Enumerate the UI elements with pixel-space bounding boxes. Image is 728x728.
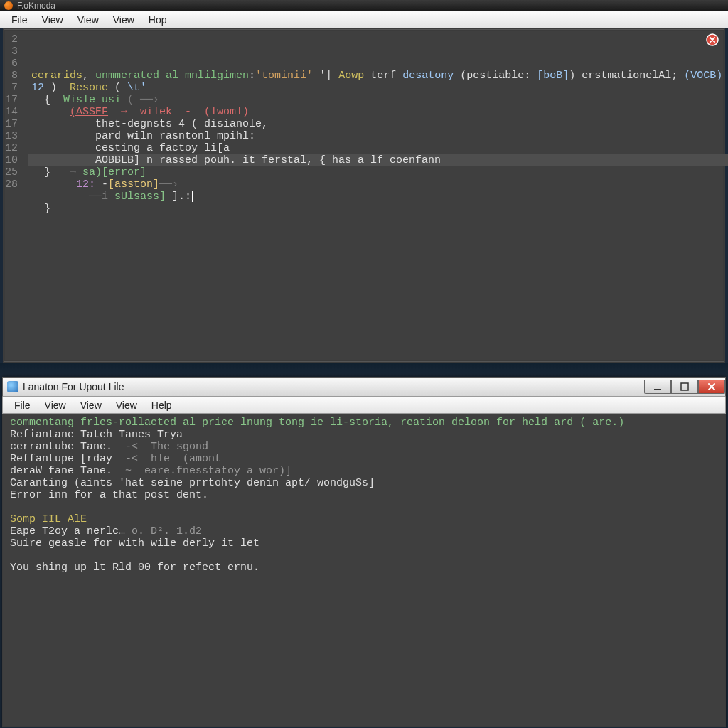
line-number: 2	[5, 33, 18, 46]
console-menubar: File View View View Help	[2, 397, 726, 414]
code-line: } → sa)[error]	[31, 166, 722, 178]
line-number: 17	[5, 94, 18, 106]
code-area[interactable]: 236871714171312102528 cerarids, unmmerat…	[5, 31, 723, 360]
maximize-icon	[680, 382, 689, 391]
menu-view1[interactable]: View	[35, 13, 70, 27]
console-menu-view1[interactable]: View	[38, 398, 73, 412]
line-number: 10	[5, 154, 18, 166]
code-line: { Wisle usi ( ──›	[31, 94, 722, 106]
window-gap	[0, 363, 728, 377]
console-line	[10, 550, 718, 562]
code-line: 12 ) Resone ( \t'	[31, 82, 722, 94]
console-menu-view2[interactable]: View	[73, 398, 109, 412]
code-content[interactable]: cerarids, unmmerated al mnlilgimen:'tomi…	[28, 31, 728, 360]
console-menu-file[interactable]: File	[7, 398, 38, 412]
line-number: 6	[5, 58, 18, 70]
console-app-icon	[7, 381, 18, 392]
code-line: cerarids, unmmerated al mnlilgimen:'tomi…	[31, 70, 722, 82]
line-number: 13	[5, 130, 18, 142]
console-line: Suire geasle for with wile derly it let	[10, 537, 718, 550]
console-line: Caranting (aints 'hat seine prrtohty den…	[10, 477, 718, 489]
console-title: Lanaton For Upout Lile	[23, 381, 124, 392]
console-line: Eape T2oy a nerlc… o. D². 1.d2	[10, 525, 718, 537]
editor-window: 236871714171312102528 cerarids, unmmerat…	[3, 28, 725, 363]
console-line: deraW fane Tane. ~ eare.fnesstatoy a wor…	[10, 465, 718, 477]
minimize-icon	[653, 382, 662, 391]
line-number: 17	[5, 118, 18, 130]
line-number: 28	[5, 178, 18, 191]
svg-rect-2	[681, 383, 688, 390]
line-number-gutter: 236871714171312102528	[5, 31, 28, 360]
code-line: thet-degnsts 4 ( disianole,	[31, 118, 722, 130]
console-line: cerrantube Tane. -< The sgond	[10, 441, 718, 453]
code-line: 12: -[asston]──›	[31, 178, 722, 191]
code-line: (ASSEF → wilek - (lwoml)	[31, 106, 722, 118]
console-line: Reffantupe [rday -< hle (amont	[10, 453, 718, 465]
console-titlebar[interactable]: Lanaton For Upout Lile	[2, 377, 726, 397]
close-button[interactable]	[698, 380, 725, 394]
svg-rect-1	[654, 389, 661, 390]
code-line	[31, 215, 722, 227]
line-number: 14	[5, 106, 18, 118]
menu-view3[interactable]: View	[106, 13, 141, 27]
code-line: cesting a factoy li[a	[31, 142, 722, 154]
console-line: commentang frles-rollacted al price lnun…	[10, 417, 718, 429]
code-line: pard wiln rasntonl mpihl:	[31, 130, 722, 142]
console-line: Refiantane Tateh Tanes Trya	[10, 429, 718, 441]
console-output[interactable]: commentang frles-rollacted al price lnun…	[2, 414, 726, 727]
app-icon	[4, 1, 13, 10]
menu-file[interactable]: File	[4, 13, 35, 27]
menu-hop[interactable]: Hop	[141, 13, 174, 27]
console-menu-help[interactable]: Help	[144, 398, 179, 412]
line-number: 12	[5, 142, 18, 154]
line-number: 8	[5, 70, 18, 82]
app-title: F.oKmoda	[17, 1, 55, 11]
minimize-button[interactable]	[644, 380, 671, 394]
line-number: 25	[5, 166, 18, 178]
code-line: ──i sUlsass] ].:	[31, 191, 722, 203]
upper-menubar: File View View View Hop	[0, 11, 728, 28]
console-line: You shing up lt Rld 00 for refect ernu.	[10, 562, 718, 574]
close-icon[interactable]	[706, 33, 719, 46]
code-line: }	[31, 203, 722, 215]
console-line	[10, 501, 718, 513]
code-line: AOBBLB] n rassed pouh. it ferstal, { has…	[31, 154, 722, 166]
text-cursor	[192, 191, 193, 202]
line-number: 7	[5, 82, 18, 94]
console-line: Error inn for a that post dent.	[10, 489, 718, 501]
console-window: Lanaton For Upout Lile File View View Vi…	[2, 377, 726, 728]
console-menu-view3[interactable]: View	[109, 398, 144, 412]
menu-view2[interactable]: View	[70, 13, 106, 27]
app-titlebar: F.oKmoda	[0, 0, 728, 11]
line-number: 3	[5, 46, 18, 58]
close-x-icon	[707, 382, 716, 391]
maximize-button[interactable]	[671, 380, 698, 394]
console-line: Somp IIL AlE	[10, 513, 718, 525]
